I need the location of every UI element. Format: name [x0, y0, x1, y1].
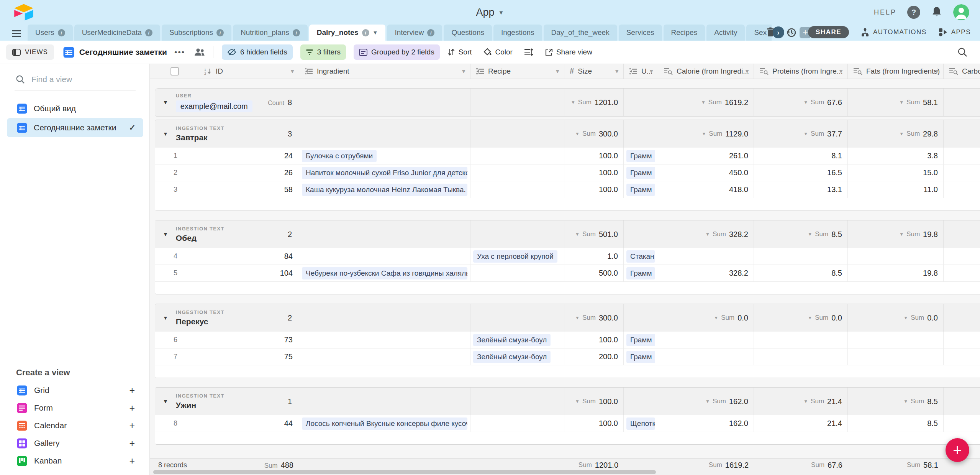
- collapse-triangle-icon[interactable]: ▼: [163, 315, 168, 321]
- unit-cell[interactable]: Грамм: [624, 181, 658, 198]
- calorie-cell[interactable]: 418.0: [658, 181, 754, 198]
- recipe-cell[interactable]: Зелёный смузи-боул: [470, 348, 564, 365]
- empty-cell[interactable]: [470, 164, 564, 181]
- proteins-cell[interactable]: [754, 248, 848, 265]
- ingredient-cell[interactable]: Лосось копченый Вкусные консервы филе ку…: [299, 415, 470, 432]
- horizontal-scrollbar[interactable]: [153, 470, 656, 474]
- add-record-row[interactable]: [155, 432, 980, 444]
- share-view-button[interactable]: Share view: [545, 48, 592, 56]
- automations-button[interactable]: AUTOMATIONS: [860, 28, 927, 37]
- filters-button[interactable]: 3 filters: [300, 44, 346, 60]
- recipe-cell[interactable]: Зелёный смузи-боул: [470, 332, 564, 348]
- unit-cell[interactable]: Щепотка: [624, 415, 658, 432]
- views-toggle-button[interactable]: VIEWS: [6, 44, 54, 60]
- current-view[interactable]: Сегодняшние заметки •••: [63, 47, 205, 58]
- select-all-checkbox[interactable]: [170, 67, 179, 76]
- help-button[interactable]: HELP: [874, 8, 896, 16]
- plus-icon[interactable]: +: [129, 403, 135, 413]
- chevron-down-icon[interactable]: ▼: [803, 131, 808, 136]
- fats-cell[interactable]: [848, 248, 944, 265]
- tab-dairy_notes[interactable]: Dairy_notesi▼: [309, 25, 386, 41]
- unit-cell[interactable]: Грамм: [624, 164, 658, 181]
- tab-users[interactable]: Usersi: [28, 25, 73, 41]
- empty-cell[interactable]: [299, 332, 470, 348]
- unit-cell[interactable]: Стакан: [624, 248, 658, 265]
- chevron-down-icon[interactable]: ▼: [744, 68, 750, 74]
- fats-cell[interactable]: [848, 348, 944, 365]
- empty-cell[interactable]: [470, 148, 564, 164]
- proteins-cell[interactable]: 16.5: [754, 164, 848, 181]
- row-height-icon[interactable]: [524, 48, 533, 56]
- chevron-down-icon[interactable]: ▼: [614, 68, 619, 74]
- chevron-down-icon[interactable]: ▼: [701, 131, 706, 136]
- chevron-down-icon[interactable]: ▼: [575, 232, 580, 237]
- group-header[interactable]: ▼INGESTION TEXTЗавтрак3▼Sum300.0▼Sum1129…: [155, 120, 980, 148]
- calorie-cell[interactable]: 328.2: [658, 265, 754, 281]
- carbohydrates-cell[interactable]: [944, 332, 980, 348]
- chevron-down-icon[interactable]: ▼: [899, 232, 904, 237]
- calorie-cell[interactable]: 261.0: [658, 148, 754, 164]
- chevron-down-icon[interactable]: ▼: [934, 68, 939, 74]
- chevron-down-icon[interactable]: ▼: [714, 315, 718, 321]
- row-id-cell[interactable]: 358: [155, 181, 299, 198]
- chevron-down-icon[interactable]: ▼: [373, 30, 378, 36]
- tab-activity[interactable]: Activity: [706, 25, 745, 41]
- empty-cell[interactable]: [470, 181, 564, 198]
- group-header[interactable]: ▼INGESTION TEXTУжин1▼Sum100.0▼Sum162.0▼S…: [155, 388, 980, 415]
- row-id-cell[interactable]: 775: [155, 348, 299, 365]
- row-id-cell[interactable]: 484: [155, 248, 299, 265]
- size-cell[interactable]: 500.0: [564, 265, 624, 281]
- chevron-down-icon[interactable]: ▼: [903, 399, 908, 404]
- empty-cell[interactable]: [470, 415, 564, 432]
- unit-cell[interactable]: Грамм: [624, 148, 658, 164]
- menu-icon[interactable]: [11, 30, 21, 37]
- fats-cell[interactable]: 15.0: [848, 164, 944, 181]
- tab-interview[interactable]: Interviewi: [387, 25, 442, 41]
- column-header-id[interactable]: 12ID▼: [155, 64, 299, 79]
- hidden-fields-button[interactable]: 6 hidden fields: [222, 44, 293, 60]
- chevron-down-icon[interactable]: ▼: [290, 68, 295, 74]
- plus-icon[interactable]: +: [129, 439, 135, 448]
- proteins-cell[interactable]: [754, 332, 848, 348]
- column-header-proteins-from-ingre[interactable]: Proteins (from Ingre...▼: [754, 64, 848, 79]
- chevron-down-icon[interactable]: ▼: [575, 131, 580, 136]
- chevron-down-icon[interactable]: ▼: [803, 399, 808, 404]
- collaborators-icon[interactable]: [194, 48, 205, 57]
- row-id-cell[interactable]: 124: [155, 148, 299, 164]
- question-icon[interactable]: ?: [907, 6, 920, 19]
- share-button[interactable]: SHARE: [808, 26, 849, 38]
- sidebar-view-item[interactable]: Сегодняшние заметки✓: [7, 118, 143, 137]
- sort-button[interactable]: Sort: [447, 48, 472, 56]
- size-cell[interactable]: 100.0: [564, 164, 624, 181]
- add-record-row[interactable]: [155, 365, 980, 378]
- calorie-cell[interactable]: [658, 248, 754, 265]
- carbohydrates-cell[interactable]: [944, 265, 980, 281]
- chevron-down-icon[interactable]: ▼: [899, 100, 904, 105]
- group-header[interactable]: ▼INGESTION TEXTПерекус2▼Sum300.0▼Sum0.0▼…: [155, 304, 980, 332]
- row-id-cell[interactable]: 673: [155, 332, 299, 348]
- app-title[interactable]: App ▼: [476, 7, 504, 18]
- collapse-triangle-icon[interactable]: ▼: [163, 398, 168, 404]
- size-cell[interactable]: 100.0: [564, 181, 624, 198]
- unit-cell[interactable]: Грамм: [624, 265, 658, 281]
- user-group-header[interactable]: ▼USERexample@mail.comCount8▼Sum1201.0▼Su…: [155, 89, 980, 116]
- unit-cell[interactable]: Грамм: [624, 332, 658, 348]
- carbohydrates-cell[interactable]: [944, 348, 980, 365]
- create-view-option-calendar[interactable]: Calendar+: [0, 417, 149, 434]
- add-record-row[interactable]: [155, 198, 980, 210]
- tab-day_of_the_week[interactable]: Day_of_the_week: [544, 25, 617, 41]
- row-id-cell[interactable]: 844: [155, 415, 299, 432]
- chevron-down-icon[interactable]: ▼: [903, 315, 908, 321]
- chevron-down-icon[interactable]: ▼: [575, 399, 580, 404]
- fats-cell[interactable]: 8.5: [848, 415, 944, 432]
- row-id-cell[interactable]: 5104: [155, 265, 299, 281]
- size-cell[interactable]: 100.0: [564, 415, 624, 432]
- plus-icon[interactable]: +: [129, 386, 135, 395]
- empty-cell[interactable]: [299, 248, 470, 265]
- column-header-carbohyd[interactable]: Carbohyd: [944, 64, 980, 79]
- tab-usermedicinedata[interactable]: UserMedicineDatai: [74, 25, 160, 41]
- chevron-down-icon[interactable]: ▼: [705, 399, 710, 404]
- chevron-down-icon[interactable]: ▼: [838, 68, 844, 74]
- plus-icon[interactable]: +: [129, 456, 135, 466]
- calorie-cell[interactable]: 162.0: [658, 415, 754, 432]
